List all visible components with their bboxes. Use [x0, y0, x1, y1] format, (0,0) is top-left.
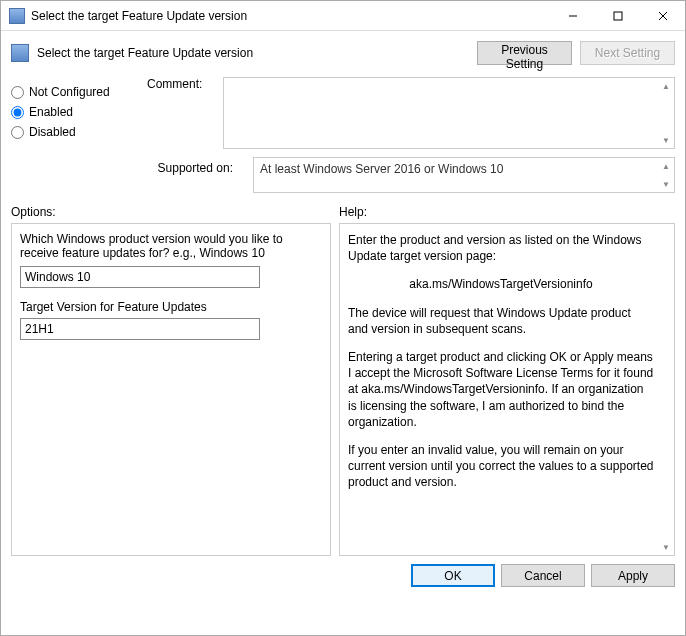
apply-button[interactable]: Apply: [591, 564, 675, 587]
policy-header: Select the target Feature Update version…: [11, 41, 675, 65]
comment-field[interactable]: ▲ ▼: [223, 77, 675, 149]
scroll-up-icon: ▲: [659, 79, 673, 93]
comment-label: Comment:: [147, 77, 215, 149]
product-prompt: Which Windows product version would you …: [20, 232, 322, 260]
next-setting-button: Next Setting: [580, 41, 675, 65]
svg-rect-1: [614, 12, 622, 20]
radio-enabled[interactable]: Enabled: [11, 105, 131, 119]
supported-on-label: Supported on:: [11, 153, 237, 193]
state-radio-group: Not Configured Enabled Disabled: [11, 77, 131, 149]
titlebar: Select the target Feature Update version: [1, 1, 685, 31]
radio-not-configured[interactable]: Not Configured: [11, 85, 131, 99]
supported-on-field: At least Windows Server 2016 or Windows …: [253, 157, 675, 193]
policy-title: Select the target Feature Update version: [37, 46, 469, 60]
cancel-button[interactable]: Cancel: [501, 564, 585, 587]
app-icon: [9, 8, 25, 24]
radio-enabled-input[interactable]: [11, 106, 24, 119]
maximize-button[interactable]: [595, 1, 640, 31]
radio-disabled-input[interactable]: [11, 126, 24, 139]
target-version-label: Target Version for Feature Updates: [20, 300, 322, 314]
help-header: Help:: [339, 205, 675, 219]
radio-not-configured-input[interactable]: [11, 86, 24, 99]
radio-disabled[interactable]: Disabled: [11, 125, 131, 139]
scroll-down-icon: ▼: [659, 540, 673, 554]
help-text-1: Enter the product and version as listed …: [348, 232, 654, 264]
help-pane: Enter the product and version as listed …: [339, 223, 675, 556]
options-pane: Which Windows product version would you …: [11, 223, 331, 556]
radio-not-configured-label: Not Configured: [29, 85, 110, 99]
policy-icon: [11, 44, 29, 62]
help-text-3: Entering a target product and clicking O…: [348, 349, 654, 430]
help-link: aka.ms/WindowsTargetVersioninfo: [348, 276, 654, 292]
radio-disabled-label: Disabled: [29, 125, 76, 139]
help-text-2: The device will request that Windows Upd…: [348, 305, 654, 337]
ok-button[interactable]: OK: [411, 564, 495, 587]
product-version-input[interactable]: [20, 266, 260, 288]
previous-setting-button[interactable]: Previous Setting: [477, 41, 572, 65]
supported-on-value: At least Windows Server 2016 or Windows …: [260, 162, 503, 176]
help-text-4: If you enter an invalid value, you will …: [348, 442, 654, 491]
target-version-input[interactable]: [20, 318, 260, 340]
window-title: Select the target Feature Update version: [31, 9, 550, 23]
scroll-down-icon: ▼: [659, 177, 673, 191]
radio-enabled-label: Enabled: [29, 105, 73, 119]
minimize-button[interactable]: [550, 1, 595, 31]
options-header: Options:: [11, 205, 331, 219]
close-button[interactable]: [640, 1, 685, 31]
scroll-down-icon: ▼: [659, 133, 673, 147]
dialog-footer: OK Cancel Apply: [1, 556, 685, 595]
scroll-up-icon: ▲: [659, 159, 673, 173]
